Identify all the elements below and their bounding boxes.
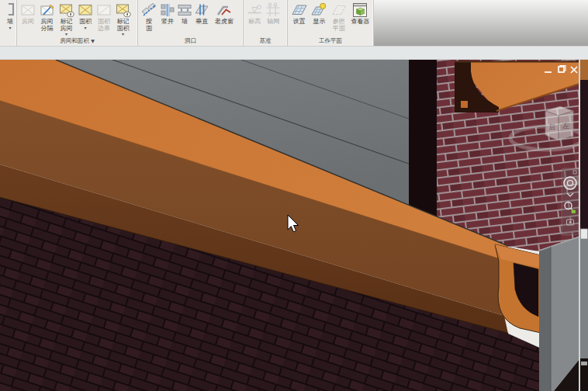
area-icon [77, 2, 94, 19]
panel-partial: 墙 ▾ [0, 0, 17, 46]
revit-application-window: { "ribbon": { "partial_button": { "label… [0, 0, 588, 391]
shaft-opening-button[interactable]: 竖井 [158, 1, 177, 26]
viewer-icon [351, 2, 368, 19]
reference-plane-button[interactable]: 参照 平面 [329, 1, 349, 32]
tag-room-icon [58, 2, 75, 19]
panel-label-work-plane: 工作平面 [288, 36, 373, 46]
ribbon-empty-area [374, 0, 588, 46]
panel-datum: 标高 轴网 基准 [244, 0, 288, 46]
panel-label-opening: 洞口 [138, 36, 243, 46]
wall-opening-icon [176, 2, 193, 19]
dropdown-arrow: ▾ [9, 26, 11, 29]
navigation-bar[interactable] [562, 168, 579, 235]
wall-sweep-partial-button[interactable]: 墙 ▾ [2, 1, 19, 29]
tag-area-icon [115, 2, 132, 19]
room-separator-icon [39, 2, 56, 19]
panel-label-datum: 基准 [244, 36, 287, 46]
panel-menu-arrow: ▼ [91, 38, 95, 43]
dormer-opening-button[interactable]: 老虎窗 [211, 1, 237, 26]
steering-wheel-icon[interactable] [564, 177, 576, 189]
set-work-plane-button[interactable]: 设置 [289, 1, 310, 26]
scrollbar-thumb[interactable] [581, 229, 588, 239]
3d-viewport[interactable]: 后 左 [0, 60, 588, 391]
viewer-button[interactable]: 查看器 [349, 1, 372, 26]
panel-room-area: 房间 房间 分隔 [17, 0, 138, 46]
show-work-plane-icon [310, 2, 327, 19]
grid-button[interactable]: 轴网 [264, 1, 282, 26]
ribbon: 墙 ▾ 房间 [0, 0, 588, 46]
shaft-opening-icon [159, 2, 176, 19]
area-boundary-button[interactable]: 面积 边界 [95, 1, 113, 32]
opening-by-face-button[interactable]: 按 面 [140, 1, 158, 32]
level-button[interactable]: 标高 [245, 1, 264, 26]
grid-icon [265, 2, 282, 19]
dormer-opening-icon [216, 2, 233, 19]
gray-pilaster [539, 237, 579, 391]
room-separator-button[interactable]: 房间 分隔 [37, 1, 57, 32]
shadow-corner-strip [409, 60, 437, 220]
reference-plane-icon [330, 2, 348, 19]
area-button[interactable]: 面积 ▾ [76, 1, 95, 29]
wall-opening-button[interactable]: 墙 [177, 1, 192, 26]
panel-opening: 按 面 竖井 [138, 0, 244, 46]
show-work-plane-button[interactable]: 显示 [310, 1, 330, 26]
level-icon [246, 2, 263, 19]
area-boundary-icon [95, 2, 112, 19]
bracket-icon [2, 2, 19, 19]
opening-by-face-icon [140, 2, 157, 19]
viewcube-face-label-left: 左 [562, 122, 569, 130]
soffit-profile-notch [461, 101, 468, 108]
room-button[interactable]: 房间 [19, 1, 37, 26]
tag-room-button[interactable]: 标记 房间 ▾ [57, 1, 76, 36]
set-work-plane-icon [291, 2, 308, 19]
viewcube-face-label-back: 后 [548, 123, 555, 131]
tag-area-button[interactable]: 标记 面积 ▾ [113, 1, 133, 36]
vertical-opening-button[interactable]: 垂直 [192, 1, 211, 26]
room-icon [19, 2, 36, 19]
panel-work-plane: 设置 显示 参照 平面 [288, 0, 374, 46]
panel-label-room-area[interactable]: 房间和面积 ▼ [17, 36, 137, 46]
vertical-opening-icon [193, 2, 210, 19]
right-window-edge [579, 60, 588, 391]
options-bar [0, 46, 588, 60]
